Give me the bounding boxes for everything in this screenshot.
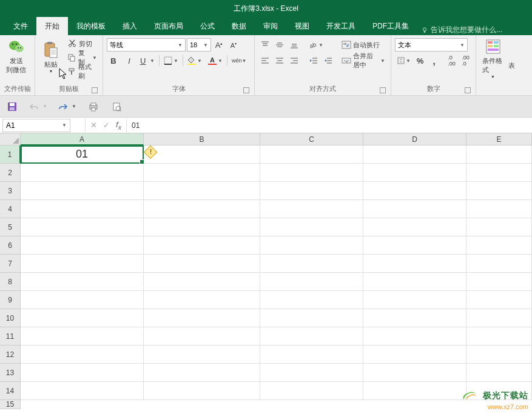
save-button[interactable] xyxy=(6,101,18,113)
tab-developer[interactable]: 开发工具 xyxy=(318,17,364,35)
cell[interactable] xyxy=(144,309,260,327)
row-header-13[interactable]: 13 xyxy=(0,364,21,382)
column-header-C[interactable]: C xyxy=(260,133,363,145)
cell[interactable] xyxy=(466,255,532,273)
number-launcher[interactable] xyxy=(465,87,471,93)
cell[interactable] xyxy=(363,291,466,309)
cell[interactable] xyxy=(144,182,260,200)
row-header-9[interactable]: 9 xyxy=(0,291,21,309)
cell-B1[interactable] xyxy=(144,145,260,164)
phonetic-button[interactable]: wén ▼ xyxy=(230,54,248,67)
cell[interactable] xyxy=(363,309,466,327)
row-header-14[interactable]: 14 xyxy=(0,382,21,400)
cell[interactable] xyxy=(260,273,363,291)
column-header-B[interactable]: B xyxy=(144,133,260,145)
column-header-E[interactable]: E xyxy=(466,133,532,145)
cells-area[interactable]: 01 xyxy=(21,145,532,409)
cell[interactable] xyxy=(260,291,363,309)
cell[interactable] xyxy=(363,236,466,255)
cell[interactable] xyxy=(363,200,466,218)
row-header-10[interactable]: 10 xyxy=(0,309,21,327)
tab-insert[interactable]: 插入 xyxy=(114,17,146,35)
clipboard-launcher[interactable] xyxy=(92,87,98,93)
cell[interactable] xyxy=(466,164,532,182)
select-all-button[interactable] xyxy=(0,133,21,145)
align-bottom-button[interactable] xyxy=(288,38,301,52)
fx-button[interactable]: fx xyxy=(116,120,121,131)
format-painter-button[interactable]: 格式刷 xyxy=(66,65,99,78)
row-header-2[interactable]: 2 xyxy=(0,164,21,182)
tab-home[interactable]: 开始 xyxy=(36,17,68,35)
row-header-11[interactable]: 11 xyxy=(0,327,21,346)
cell[interactable] xyxy=(466,273,532,291)
cell[interactable] xyxy=(21,164,144,182)
cell[interactable] xyxy=(363,218,466,236)
row-header-1[interactable]: 1 xyxy=(0,145,21,164)
font-launcher[interactable] xyxy=(243,87,249,93)
cell-A1[interactable]: 01 xyxy=(21,145,144,164)
border-button[interactable]: ▼ xyxy=(162,54,180,67)
comma-button[interactable]: , xyxy=(428,54,440,67)
increase-indent-button[interactable] xyxy=(322,54,335,67)
cell[interactable] xyxy=(363,382,466,400)
decrease-font-button[interactable]: A▾ xyxy=(227,38,240,52)
cell[interactable] xyxy=(466,200,532,218)
cell[interactable] xyxy=(21,182,144,200)
row-header-3[interactable]: 3 xyxy=(0,182,21,200)
align-center-button[interactable] xyxy=(273,54,286,67)
cell[interactable] xyxy=(260,382,363,400)
tab-view[interactable]: 视图 xyxy=(286,17,318,35)
cell[interactable] xyxy=(363,273,466,291)
cell[interactable] xyxy=(21,200,144,218)
align-top-button[interactable] xyxy=(258,38,272,52)
cell-E1[interactable] xyxy=(466,145,532,164)
font-color-button[interactable]: A ▼ xyxy=(206,54,224,67)
cell[interactable] xyxy=(144,200,260,218)
cell[interactable] xyxy=(144,291,260,309)
cell[interactable] xyxy=(144,255,260,273)
undo-button[interactable]: ▼ xyxy=(29,101,47,113)
cell-C1[interactable] xyxy=(260,145,363,164)
tab-page-layout[interactable]: 页面布局 xyxy=(146,17,192,35)
cell[interactable] xyxy=(144,218,260,236)
cell[interactable] xyxy=(21,382,144,400)
font-name-combo[interactable]: 等线▼ xyxy=(107,38,186,52)
tab-formulas[interactable]: 公式 xyxy=(192,17,223,35)
cell[interactable] xyxy=(363,164,466,182)
decrease-decimal-button[interactable]: .00.0 xyxy=(459,54,472,67)
align-middle-button[interactable] xyxy=(273,38,286,52)
cell[interactable] xyxy=(144,346,260,364)
cell[interactable] xyxy=(21,327,144,346)
row-header-5[interactable]: 5 xyxy=(0,218,21,236)
wrap-text-button[interactable]: ab 自动换行 xyxy=(340,38,387,52)
confirm-formula-button[interactable]: ✓ xyxy=(103,121,110,130)
row-header-4[interactable]: 4 xyxy=(0,200,21,218)
align-left-button[interactable] xyxy=(258,54,272,67)
cell[interactable] xyxy=(260,346,363,364)
cell[interactable] xyxy=(144,164,260,182)
tab-review[interactable]: 审阅 xyxy=(255,17,286,35)
merge-center-button[interactable]: a 合并后居中 ▼ xyxy=(340,54,387,67)
cell[interactable] xyxy=(466,182,532,200)
print-preview-button[interactable] xyxy=(87,101,99,113)
cell[interactable] xyxy=(21,364,144,382)
underline-button[interactable]: U▼ xyxy=(138,54,157,67)
cell-D1[interactable] xyxy=(363,145,466,164)
cell[interactable] xyxy=(260,327,363,346)
print-button[interactable] xyxy=(110,101,123,113)
conditional-format-button[interactable]: 条件格式 ▼ xyxy=(480,37,506,80)
cell[interactable] xyxy=(466,364,532,382)
cell[interactable] xyxy=(21,273,144,291)
number-format-combo[interactable]: 文本▼ xyxy=(395,38,468,52)
cell[interactable] xyxy=(260,218,363,236)
cell[interactable] xyxy=(260,309,363,327)
cell[interactable] xyxy=(21,291,144,309)
cell[interactable] xyxy=(363,346,466,364)
accounting-format-button[interactable]: ▼ xyxy=(395,54,412,67)
row-header-6[interactable]: 6 xyxy=(0,236,21,255)
send-to-wechat-button[interactable]: 发送 到微信 xyxy=(4,37,29,76)
tab-pdf-tools[interactable]: PDF工具集 xyxy=(364,17,417,35)
row-header-7[interactable]: 7 xyxy=(0,255,21,273)
cell[interactable] xyxy=(260,236,363,255)
cell[interactable] xyxy=(260,182,363,200)
